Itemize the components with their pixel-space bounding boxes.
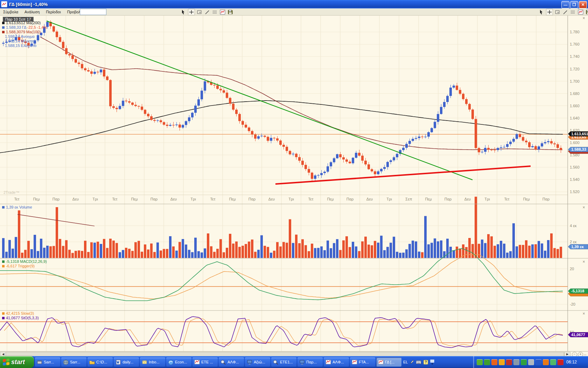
watermark: 2Trade™ <box>4 190 19 195</box>
svg-text:Δευ: Δευ <box>72 197 79 201</box>
svg-text:Τετ: Τετ <box>308 197 314 201</box>
toolbar-restore-icon[interactable] <box>430 360 434 364</box>
svg-text:Πεμ: Πεμ <box>33 197 40 201</box>
tray-contacts-icon[interactable] <box>513 359 519 365</box>
svg-text:Τετ: Τετ <box>210 197 216 201</box>
keyboard-icon[interactable] <box>416 360 421 364</box>
svg-text:1.760: 1.760 <box>570 42 580 46</box>
svg-text:1.560: 1.560 <box>570 165 580 169</box>
svg-text:Πεμ: Πεμ <box>425 197 432 201</box>
legend-text: 1.588,15 Ελάχιστο <box>5 43 36 48</box>
svg-text:Τρι: Τρι <box>484 197 490 201</box>
chart-area[interactable]: 1.7801.7601.7401.7201.7001.6801.6601.640… <box>0 0 588 351</box>
task-label: daily... <box>122 360 133 364</box>
macd-value-tag: -5,1318 <box>568 288 588 293</box>
stoch-panel-close-icon[interactable]: × <box>582 312 586 316</box>
svg-text:1.680: 1.680 <box>570 91 580 96</box>
chart-icon <box>352 360 357 365</box>
svg-text:Δευ: Δευ <box>268 197 275 201</box>
svg-text:Τρι: Τρι <box>386 197 392 201</box>
svg-text:Παρ: Παρ <box>444 197 452 201</box>
main-legend-row-3: 1.588,3079 Ma(100) <box>2 30 47 34</box>
language-indicator[interactable]: EL <box>403 360 408 364</box>
tray-shield-icon[interactable] <box>499 359 505 365</box>
svg-text:?: ? <box>425 360 427 364</box>
volume-legend: 1,39 εκ Volume <box>2 205 32 210</box>
task-label: Inbo... <box>149 360 160 364</box>
macd-panel-close-icon[interactable]: × <box>582 260 586 264</box>
taskbar-task-5[interactable]: Inbo... <box>140 357 165 367</box>
tray-mouse-icon[interactable] <box>528 359 534 365</box>
taskbar-task-4[interactable]: daily... <box>114 357 139 367</box>
taskbar-task-8[interactable]: ΑΛΦ... <box>219 357 244 367</box>
taskbar-task-1[interactable]: Sarr... <box>35 357 60 367</box>
tray-firewall-icon[interactable] <box>491 359 497 365</box>
taskbar: start Sarr...Sarr...C:\D...daily...Inbo.… <box>0 356 588 368</box>
legend-swatch <box>2 265 5 267</box>
taskbar-task-11[interactable]: Παρ... <box>298 357 323 367</box>
main-panel-close-icon[interactable]: × <box>582 16 586 20</box>
taskbar-task-6[interactable]: Econ... <box>166 357 191 367</box>
task-label: Αξιώ... <box>254 360 265 364</box>
volume-panel-close-icon[interactable]: × <box>582 205 586 210</box>
tray-graphics-icon[interactable] <box>550 359 556 365</box>
task-label: Sarr... <box>70 360 80 364</box>
help-icon[interactable]: ? <box>424 360 428 364</box>
tray-updater-icon[interactable] <box>521 359 527 365</box>
tray-net-status-icon[interactable] <box>484 359 490 365</box>
desktop: ΓΔ [60min] -1,40% — ❐ ✕ ΣύμβολαΑνάλυσηΠε… <box>0 0 588 368</box>
legend-text: 1,39 εκ Volume <box>6 205 32 209</box>
tray-messenger-icon[interactable] <box>506 359 512 365</box>
taskbar-task-9[interactable]: Αξιώ... <box>245 357 270 367</box>
last-price-tag: 1.588,33 <box>568 147 588 152</box>
svg-text:1.700: 1.700 <box>570 79 580 83</box>
svg-text:1.640: 1.640 <box>570 116 580 120</box>
legend-text: 41,0677 StO(5,3,3) <box>6 316 39 320</box>
legend-text: -6,617 Trigger(9) <box>6 264 35 268</box>
tray-antivirus-icon[interactable] <box>477 359 483 365</box>
taskbar-clock[interactable]: 06:12 <box>566 360 577 364</box>
tray-pdf-icon[interactable] <box>558 359 564 365</box>
svg-text:Τρι: Τρι <box>288 197 294 201</box>
svg-text:Πεμ: Πεμ <box>229 197 236 201</box>
taskbar-task-7[interactable]: ΕΤΕ ... <box>192 357 218 367</box>
svg-text:Παρ: Παρ <box>346 197 354 201</box>
svg-text:1.780: 1.780 <box>570 30 580 34</box>
taskbar-task-10[interactable]: ΕΤΕ1... <box>271 357 296 367</box>
stoch-legend: 42,4215 Slow(3)41,0677 StO(5,3,3) <box>2 311 39 320</box>
taskbar-task-3[interactable]: C:\D... <box>88 357 113 367</box>
folder-icon <box>89 360 95 365</box>
taskbar-task-14[interactable]: ΓΔ [... <box>376 357 401 367</box>
main-chart-legend: 1.613,6512 Ma(200)1.588,33 ΓΔ -22,5 -1,4… <box>2 21 47 48</box>
taskbar-task-12[interactable]: ΑΛΦ... <box>324 357 349 367</box>
svg-text:20: 20 <box>570 267 574 271</box>
main-legend-row-1: 1.613,6512 Ma(200) <box>2 21 47 25</box>
svg-text:Παρ: Παρ <box>542 197 550 201</box>
legend-swatch <box>2 26 5 29</box>
taskbar-task-2[interactable]: Sarr... <box>61 357 86 367</box>
svg-text:Πεμ: Πεμ <box>327 197 334 201</box>
tray-browser-icon[interactable] <box>536 359 541 365</box>
tray-scheduler-icon[interactable] <box>543 359 549 365</box>
volume-value-tag: 1,39 εκ <box>568 244 588 249</box>
pen-icon[interactable] <box>410 360 414 364</box>
task-label: ΑΛΦ... <box>332 360 344 364</box>
legend-swatch <box>2 22 5 24</box>
svg-text:2 εκ: 2 εκ <box>570 240 577 244</box>
chart-icon <box>326 360 331 365</box>
task-label: FTA... <box>359 360 369 364</box>
legend-swatch <box>2 206 5 209</box>
stoch-legend-row-2: 41,0677 StO(5,3,3) <box>2 316 39 320</box>
fit-width-icon[interactable]: ↔ <box>583 352 587 356</box>
legend-swatch <box>2 260 5 263</box>
magnifier-icon <box>273 360 279 365</box>
svg-text:Πεμ: Πεμ <box>523 197 530 201</box>
legend-text: 1.598,14 Μέγιστο <box>5 39 35 43</box>
taskbar-task-13[interactable]: FTA... <box>350 357 375 367</box>
outlook-icon <box>142 360 147 365</box>
legend-swatch <box>2 317 5 319</box>
start-button[interactable]: start <box>0 356 34 368</box>
word-icon <box>115 360 121 365</box>
task-label: C:\D... <box>96 360 107 364</box>
task-label: Sarr... <box>44 360 54 364</box>
